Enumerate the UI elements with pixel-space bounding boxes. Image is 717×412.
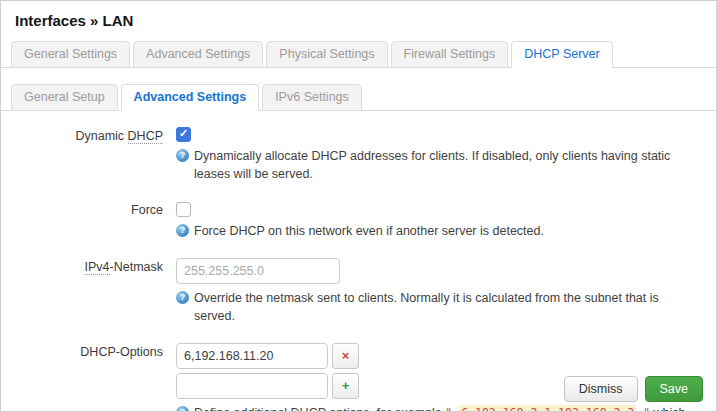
subtab-advanced-settings[interactable]: Advanced Settings	[121, 84, 260, 111]
remove-option-button[interactable]: ×	[332, 343, 359, 369]
field-row-netmask: IPv4-Netmask ?Override the netmask sent …	[13, 258, 716, 325]
save-button[interactable]: Save	[645, 376, 704, 402]
subtab-general-setup[interactable]: General Setup	[11, 84, 118, 111]
help-icon: ?	[176, 406, 189, 412]
dhcp-abbr: DHCP	[128, 129, 163, 144]
field-row-force: Force ?Force DHCP on this network even i…	[13, 201, 716, 239]
dynamic-dhcp-label: Dynamic DHCP	[13, 127, 163, 183]
help-icon: ?	[176, 224, 189, 237]
luci-interface-page: Interfaces » LAN General Settings Advanc…	[0, 0, 717, 412]
main-tabbar: General Settings Advanced Settings Physi…	[1, 41, 716, 68]
tab-advanced-settings[interactable]: Advanced Settings	[133, 41, 263, 68]
tab-firewall-settings[interactable]: Firewall Settings	[391, 41, 509, 68]
page-title: Interfaces » LAN	[1, 1, 716, 29]
dynamic-dhcp-checkbox[interactable]	[176, 127, 191, 142]
ipv4-abbr: IPv4	[85, 260, 110, 275]
add-option-button[interactable]: +	[332, 373, 359, 399]
netmask-help: ?Override the netmask sent to clients. N…	[176, 289, 698, 325]
dhcp-options-help: ?Define additional DHCP options, for exa…	[176, 404, 698, 412]
netmask-input[interactable]	[176, 258, 340, 284]
field-row-dynamic-dhcp: Dynamic DHCP ?Dynamically allocate DHCP …	[13, 127, 716, 183]
dhcp-advanced-form: Dynamic DHCP ?Dynamically allocate DHCP …	[13, 127, 716, 412]
dhcp-sub-tabbar: General Setup Advanced Settings IPv6 Set…	[1, 84, 716, 111]
dhcp-option-input-1[interactable]	[176, 343, 328, 369]
dynamic-dhcp-help: ?Dynamically allocate DHCP addresses for…	[176, 147, 698, 183]
help-icon: ?	[176, 149, 189, 162]
force-help: ?Force DHCP on this network even if anot…	[176, 222, 544, 240]
subtab-ipv6-settings[interactable]: IPv6 Settings	[262, 84, 362, 111]
action-footer: Dismiss Save	[564, 376, 703, 402]
dismiss-button[interactable]: Dismiss	[564, 376, 638, 402]
dhcp-options-label: DHCP-Options	[13, 343, 163, 412]
tab-general-settings[interactable]: General Settings	[11, 41, 130, 68]
netmask-label: IPv4-Netmask	[13, 258, 163, 325]
dhcp-option-example-code: 6,192.168.2.1,192.168.2.2	[459, 405, 636, 412]
tab-dhcp-server[interactable]: DHCP Server	[511, 41, 612, 68]
help-icon: ?	[176, 291, 189, 304]
tab-physical-settings[interactable]: Physical Settings	[266, 41, 387, 68]
force-label: Force	[13, 201, 163, 239]
force-checkbox[interactable]	[176, 202, 191, 217]
dhcp-option-input-new[interactable]	[176, 373, 328, 399]
